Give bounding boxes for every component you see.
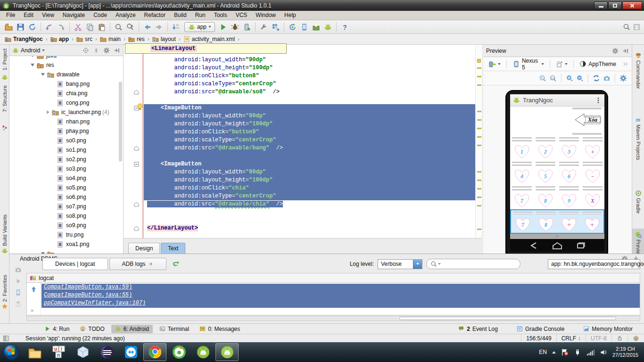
project-tree[interactable]: javaresdrawablebang.pngchia.pngcong.pngi… xyxy=(9,56,123,254)
calc-button-−[interactable]: − xyxy=(581,160,604,185)
warning-stripe-mark[interactable] xyxy=(477,188,481,189)
stripe-tab-structure[interactable]: 7: Structure xyxy=(0,85,9,112)
collapse-icon[interactable] xyxy=(93,47,99,54)
scroll-thumb[interactable] xyxy=(399,317,616,320)
tree-item-so4.png[interactable]: so4.png xyxy=(9,173,123,183)
maximize-button[interactable] xyxy=(608,1,622,9)
delete-button[interactable]: Xóa xyxy=(574,112,602,127)
project-view-mode[interactable]: Android xyxy=(21,47,40,54)
expand-icon[interactable]: » xyxy=(31,307,33,313)
expanded-arrow-icon[interactable] xyxy=(31,64,34,66)
tree-item-tru.png[interactable]: tru.png xyxy=(9,230,123,239)
menu-item-build[interactable]: Build xyxy=(170,11,191,20)
copy-button[interactable] xyxy=(84,21,96,33)
taskbar-app-android-studio[interactable] xyxy=(191,343,215,361)
scroll-to-top-icon[interactable] xyxy=(30,286,37,293)
calc-button-+[interactable]: + xyxy=(581,136,604,160)
fold-end-icon[interactable] xyxy=(134,90,139,95)
menu-item-tools[interactable]: Tools xyxy=(210,11,231,20)
warning-stripe-mark[interactable] xyxy=(477,229,481,230)
device-monitor-button[interactable] xyxy=(298,21,310,33)
warning-stripe-mark[interactable] xyxy=(477,111,481,112)
fold-start-icon[interactable] xyxy=(134,162,139,167)
warning-stripe-mark[interactable] xyxy=(477,205,481,206)
orientation-select[interactable] xyxy=(553,59,570,69)
tree-item-cong.png[interactable]: cong.png xyxy=(9,98,123,107)
save-all-button[interactable] xyxy=(15,21,26,33)
taskbar-app-android-studio-2[interactable] xyxy=(215,343,239,361)
search-everywhere-icon[interactable] xyxy=(623,23,630,31)
stripe-tab-captures[interactable] xyxy=(0,125,9,132)
calc-button-8[interactable]: 8 xyxy=(534,185,557,209)
back-nav-icon[interactable] xyxy=(528,241,540,250)
refresh-preview-button[interactable] xyxy=(593,74,600,82)
breadcrumb-item-trangngoc[interactable]: TrangNgoc xyxy=(4,36,44,42)
tree-item-so2.png[interactable]: so2.png xyxy=(9,155,123,164)
stripe-status-square[interactable] xyxy=(477,59,481,63)
calc-button-2[interactable]: 2 xyxy=(534,136,557,160)
back-button[interactable] xyxy=(141,21,153,33)
toolwindow-button-0--messages[interactable]: 0: Messages xyxy=(196,325,244,333)
taskbar-app-unikey[interactable]: uin xyxy=(47,343,70,361)
menu-item-code[interactable]: Code xyxy=(89,11,111,20)
toolwindow-button-event-log[interactable]: 2Event Log xyxy=(454,325,502,333)
help-button[interactable]: ? xyxy=(339,21,351,33)
warning-stripe-mark[interactable] xyxy=(477,84,481,86)
tree-item-phay.png[interactable]: phay.png xyxy=(9,126,123,136)
warning-stripe-mark[interactable] xyxy=(477,67,481,69)
menu-item-run[interactable]: Run xyxy=(191,11,210,20)
menu-item-navigate[interactable]: Navigate xyxy=(58,11,89,20)
log-level-select[interactable]: Verbose xyxy=(378,259,422,269)
tree-item-xoa1.png[interactable]: xoa1.png xyxy=(9,239,123,249)
sdk-manager-button[interactable] xyxy=(310,21,322,33)
cut-button[interactable] xyxy=(72,21,84,33)
calc-button-4[interactable]: 4 xyxy=(510,160,534,185)
breadcrumb-item-layout[interactable]: layout xyxy=(151,36,177,42)
tree-item-so8.png[interactable]: so8.png xyxy=(9,211,123,221)
tree-item-chia.png[interactable]: chia.png xyxy=(9,89,123,98)
stripe-tab-gradle[interactable]: Gradle xyxy=(632,190,644,214)
preview-settings-button[interactable] xyxy=(619,74,627,82)
device-select[interactable]: Nexus 5 xyxy=(510,57,546,72)
breadcrumb-item-src[interactable]: src xyxy=(75,36,93,42)
start-button[interactable] xyxy=(0,342,23,362)
lock-icon[interactable] xyxy=(611,334,627,342)
project-tree-scrollbar[interactable] xyxy=(119,82,122,162)
calc-button-1[interactable]: 1 xyxy=(510,136,534,160)
toolwindow-button-gradle-console[interactable]: Gradle Console xyxy=(513,325,568,333)
taskbar-app-teamviewer[interactable] xyxy=(119,343,142,361)
tree-item-drawable[interactable]: drawable xyxy=(9,70,123,79)
breadcrumb-item-res[interactable]: res xyxy=(127,36,146,42)
log-line[interactable]: CompatImageButton.java:59) xyxy=(41,284,640,292)
calc-button-9[interactable]: 9 xyxy=(557,185,581,209)
theme-select[interactable]: AppTheme xyxy=(577,59,619,68)
logcat-search-input[interactable] xyxy=(426,259,520,269)
error-stripe[interactable] xyxy=(475,45,482,238)
zoom-out-button[interactable] xyxy=(576,74,584,82)
taskbar-app-cube[interactable] xyxy=(71,343,94,361)
code-area[interactable]: android:layout_width="90dp" android:layo… xyxy=(124,45,482,238)
show-hidden-icons[interactable] xyxy=(552,351,556,354)
toolwindow-button-terminal[interactable]: Terminal xyxy=(156,325,193,333)
tree-item-folder[interactable] xyxy=(9,249,123,254)
breadcrumb-item-app[interactable]: app xyxy=(50,36,70,42)
minimize-button[interactable] xyxy=(594,1,608,9)
run-configuration-select[interactable]: app xyxy=(184,22,215,32)
editor-tab-text[interactable]: Text xyxy=(161,243,185,254)
layers-icon[interactable] xyxy=(15,300,22,307)
calc-button-7[interactable]: 7 xyxy=(510,185,534,209)
calc-button-X[interactable]: X xyxy=(581,185,604,209)
warning-stripe-mark[interactable] xyxy=(477,128,481,129)
hide-panel-icon[interactable] xyxy=(622,48,629,54)
volume-icon[interactable] xyxy=(600,349,607,356)
tree-item-nhan.png[interactable]: nhan.png xyxy=(9,117,123,126)
zoom-to-fit-button[interactable] xyxy=(539,74,546,82)
menu-item-window[interactable]: Window xyxy=(251,11,280,20)
collapsed-arrow-icon[interactable] xyxy=(47,110,50,114)
attach-debugger-button[interactable] xyxy=(241,21,253,33)
taskbar-app-explorer[interactable] xyxy=(23,343,46,361)
menu-item-file[interactable]: File xyxy=(2,11,19,20)
camera-icon[interactable] xyxy=(15,266,22,273)
tree-item-so1.png[interactable]: so1.png xyxy=(9,145,123,155)
recents-nav-icon[interactable] xyxy=(575,241,587,250)
